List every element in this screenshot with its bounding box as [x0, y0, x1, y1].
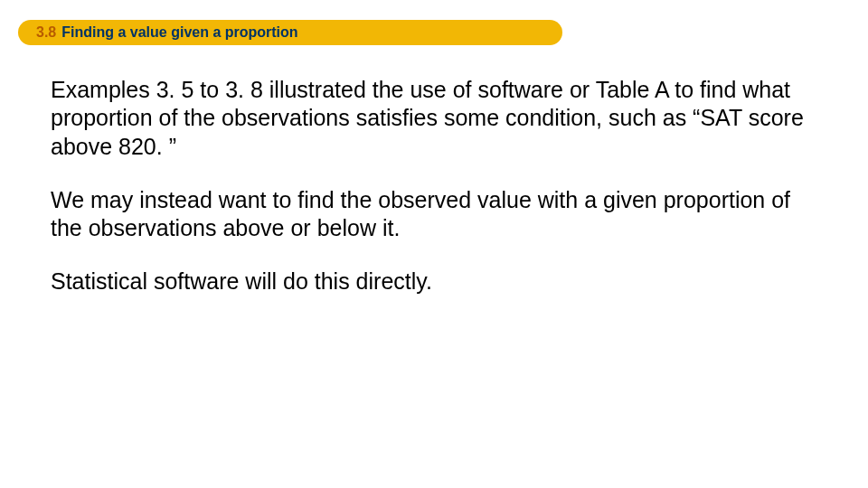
section-header-pill: 3.8 Finding a value given a proportion: [18, 20, 562, 45]
section-header: 3.8 Finding a value given a proportion: [0, 20, 868, 47]
body-content: Examples 3. 5 to 3. 8 illustrated the us…: [0, 47, 868, 296]
paragraph-3: Statistical software will do this direct…: [51, 267, 817, 296]
paragraph-2: We may instead want to find the observed…: [51, 186, 817, 243]
section-title: Finding a value given a proportion: [61, 24, 297, 41]
section-number: 3.8: [36, 24, 56, 41]
paragraph-1: Examples 3. 5 to 3. 8 illustrated the us…: [51, 76, 817, 161]
